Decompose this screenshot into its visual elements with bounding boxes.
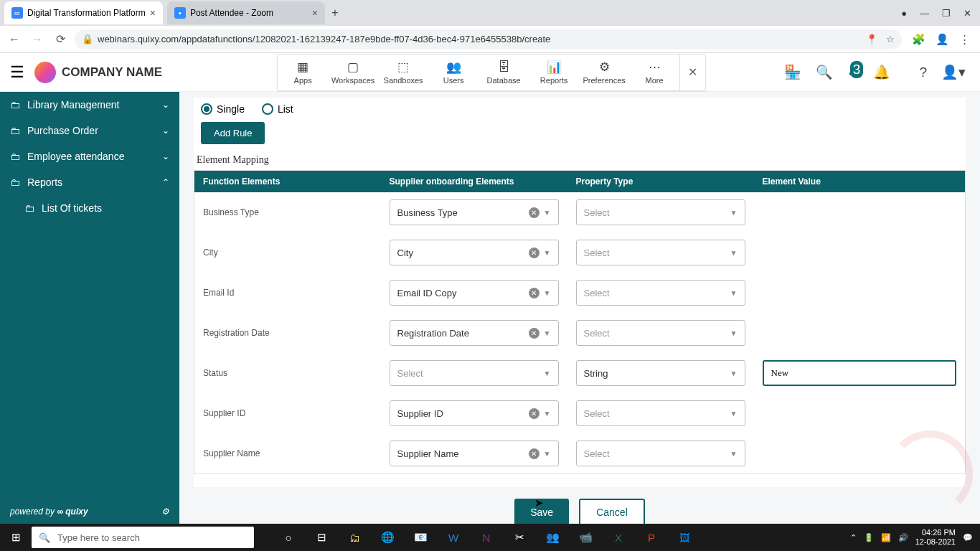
volume-icon[interactable]: 🔊 (898, 533, 908, 542)
sidebar: 🗀 Library Management ⌄ 🗀 Purchase Order … (0, 92, 179, 524)
sidebar-item-employee[interactable]: 🗀 Employee attendance ⌄ (0, 143, 179, 169)
zoom-icon[interactable]: 📹 (573, 527, 598, 548)
outlook-icon[interactable]: 📧 (407, 527, 433, 548)
clear-icon[interactable]: ✕ (529, 288, 540, 298)
notifications-icon[interactable]: 💬 (963, 533, 973, 542)
close-window-icon[interactable]: ✕ (963, 8, 971, 19)
cell-value (754, 273, 966, 313)
caret-icon: ▼ (730, 289, 738, 297)
users-icon: 👥 (446, 60, 461, 75)
table-row: Business TypeBusiness Type✕▼Select▼ (194, 192, 966, 232)
maximize-icon[interactable]: ❐ (942, 8, 951, 19)
radio-single[interactable]: Single (201, 103, 245, 115)
minimize-icon[interactable]: — (920, 8, 929, 19)
supplier-select[interactable]: Supplier Name✕▼ (390, 441, 559, 466)
caret-icon: ▼ (544, 249, 551, 257)
folder-icon: 🗀 (10, 125, 20, 136)
star-icon[interactable]: ☆ (886, 34, 895, 44)
company-logo[interactable]: COMPANY NAME (34, 62, 162, 83)
excel-icon[interactable]: X (606, 527, 631, 548)
forward-button[interactable]: → (29, 31, 46, 48)
cell-property: Select▼ (567, 232, 754, 273)
tray-chevron-icon[interactable]: ⌃ (850, 533, 857, 542)
taskbar: ⊞ 🔍 Type here to search ○ ⊟ 🗂 🌐 📧 W N ✂ … (0, 524, 980, 551)
clear-icon[interactable]: ✕ (529, 408, 540, 419)
start-button[interactable]: ⊞ (0, 531, 32, 544)
nav-workspaces[interactable]: ▢Workspaces (328, 55, 378, 90)
property-select[interactable]: Select▼ (576, 280, 745, 306)
sidebar-sub-tickets[interactable]: 🗀 List Of tickets (0, 195, 179, 221)
supplier-select[interactable]: Registration Date✕▼ (390, 320, 559, 346)
folder-icon: 🗀 (10, 176, 20, 188)
powerpoint-icon[interactable]: P (639, 527, 664, 548)
nav-close-button[interactable]: ✕ (679, 55, 705, 90)
chrome-icon[interactable]: 🌐 (374, 527, 400, 548)
property-select[interactable]: String▼ (576, 360, 745, 386)
clear-icon[interactable]: ✕ (529, 448, 540, 459)
supplier-select[interactable]: Email ID Copy✕▼ (390, 280, 559, 306)
nav-reports[interactable]: 📊Reports (529, 55, 579, 90)
hamburger-menu-icon[interactable]: ☰ (0, 63, 34, 82)
new-tab-button[interactable]: + (325, 3, 345, 23)
radio-list[interactable]: List (262, 103, 293, 115)
nav-preferences[interactable]: ⚙Preferences (579, 55, 629, 90)
nav-database[interactable]: 🗄Database (479, 55, 529, 90)
clear-icon[interactable]: ✕ (529, 248, 540, 258)
supplier-select[interactable]: City✕▼ (390, 240, 559, 265)
store-icon[interactable]: 🏪 (784, 64, 801, 80)
sidebar-item-purchase[interactable]: 🗀 Purchase Order ⌄ (0, 118, 179, 143)
user-avatar[interactable]: 👤▾ (941, 64, 966, 80)
teams-icon[interactable]: 👥 (540, 527, 565, 548)
extensions-icon[interactable]: 🧩 (912, 33, 925, 46)
caret-icon: ▼ (544, 209, 551, 217)
supplier-select[interactable]: Business Type✕▼ (390, 199, 559, 225)
location-icon[interactable]: 📍 (866, 34, 877, 44)
profile-icon[interactable]: 👤 (936, 33, 949, 46)
gear-icon[interactable]: ⚙ (161, 507, 169, 517)
clock[interactable]: 04:26 PM 12-08-2021 (915, 528, 956, 547)
search-icon[interactable]: 🔍 (816, 64, 833, 80)
menu-icon[interactable]: ⋮ (959, 33, 970, 46)
sidebar-item-library[interactable]: 🗀 Library Management ⌄ (0, 92, 179, 118)
property-select[interactable]: Select▼ (576, 320, 745, 346)
clear-icon[interactable]: ✕ (529, 328, 540, 339)
nav-users[interactable]: 👥Users (428, 55, 479, 90)
tasks-icon[interactable]: ✓3 (847, 64, 859, 80)
clear-icon[interactable]: ✕ (529, 207, 540, 218)
cortana-icon[interactable]: ○ (275, 527, 301, 548)
taskbar-search[interactable]: 🔍 Type here to search (32, 527, 254, 548)
address-bar[interactable]: 🔒 webinars.quixy.com/appdatafunctions/12… (75, 29, 902, 50)
word-icon[interactable]: W (440, 527, 466, 548)
supplier-select[interactable]: Supplier ID✕▼ (390, 400, 559, 426)
sidebar-item-reports[interactable]: 🗀 Reports ⌃ (0, 169, 179, 195)
tab-active[interactable]: ∞ Digital Transformation Platform × (4, 1, 163, 24)
tab-inactive[interactable]: ▪ Post Attendee - Zoom × (167, 1, 325, 24)
nav-sandboxes[interactable]: ⬚Sandboxes (378, 55, 428, 90)
help-icon[interactable]: ? (919, 65, 927, 80)
element-value-input[interactable] (763, 360, 957, 386)
onenote-icon[interactable]: N (473, 527, 499, 548)
close-icon[interactable]: × (150, 7, 156, 19)
property-select[interactable]: Select▼ (576, 199, 745, 225)
reload-button[interactable]: ⟳ (52, 31, 69, 48)
property-select[interactable]: Select▼ (576, 441, 745, 466)
nav-more[interactable]: ⋯More (629, 55, 679, 90)
explorer-icon[interactable]: 🗂 (341, 527, 367, 548)
taskview-icon[interactable]: ⊟ (308, 527, 334, 548)
property-select[interactable]: Select▼ (576, 240, 745, 265)
snip-icon[interactable]: ✂ (507, 527, 532, 548)
photos-icon[interactable]: 🖼 (672, 527, 697, 548)
close-icon[interactable]: × (312, 7, 318, 19)
battery-icon[interactable]: 🔋 (864, 533, 874, 542)
cancel-button[interactable]: Cancel (579, 499, 645, 524)
nav-apps[interactable]: ▦Apps (278, 55, 328, 90)
property-select[interactable]: Select▼ (576, 400, 745, 426)
supplier-select[interactable]: Select▼ (390, 360, 559, 386)
back-button[interactable]: ← (6, 31, 23, 48)
account-icon[interactable]: ● (901, 8, 907, 19)
add-rule-button[interactable]: Add Rule (201, 122, 265, 144)
save-button[interactable]: Save (514, 499, 569, 524)
preferences-icon: ⚙ (599, 60, 610, 75)
bell-icon[interactable]: 🔔 (873, 64, 890, 80)
wifi-icon[interactable]: 📶 (881, 533, 891, 542)
